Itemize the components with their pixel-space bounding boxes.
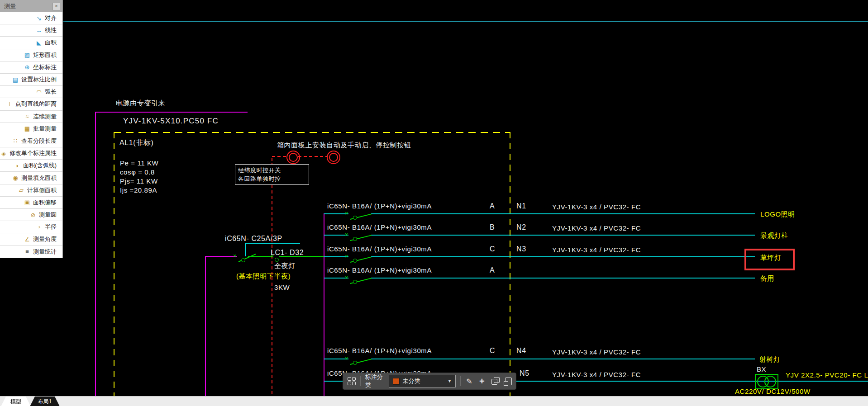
tool-area[interactable]: ◣面积 [0, 37, 62, 49]
category-color-swatch [393, 378, 400, 385]
push-button-1-inner [289, 153, 298, 162]
measure-panel-titlebar[interactable]: 测量 × [0, 0, 62, 12]
tool-arc-length[interactable]: ◠弧长 [0, 86, 62, 98]
rect-area-icon: ▨ [24, 52, 31, 58]
transformer-label: BX [757, 365, 766, 373]
panel-boundary-left [114, 132, 114, 397]
copy-icon[interactable] [491, 376, 499, 386]
circuit-load: 备用 [760, 274, 774, 283]
area-icon: ◣ [35, 39, 43, 46]
param-pjs: Pjs= 11 KW [120, 177, 158, 185]
seg-breaker-contactor [248, 256, 272, 257]
circuit-breaker-label: iC65N- B16A/ (1P+N)+vigi30mA [327, 202, 432, 210]
incoming-cable-label: YJV-1KV-5X10.PC50 FC [123, 117, 219, 126]
coordinate-icon: ⊕ [24, 64, 31, 71]
circuit-line [324, 278, 755, 279]
distribution-bus [324, 213, 324, 397]
separator [460, 376, 461, 386]
drawing-top-border-line [62, 21, 868, 22]
tool-statistics[interactable]: ≡测量统计 [0, 246, 62, 258]
circuit-number: N4 [516, 347, 526, 355]
param-pe: Pe = 11 KW [120, 159, 158, 167]
power-source-note: 电源由专变引来 [116, 99, 165, 108]
batch-icon: ▦ [24, 125, 31, 132]
grid-icon[interactable] [348, 377, 356, 385]
circuit-phase: A [490, 266, 495, 274]
tool-continuous[interactable]: ≈连续测量 [0, 111, 62, 123]
circuit-cable: YJV-1KV-3 x4 / PVC32- FC [552, 246, 641, 254]
circuit-number: N3 [516, 245, 526, 253]
time-control-line2: 各回路单独时控 [238, 175, 306, 183]
tab-layout1[interactable]: 布局1 [30, 397, 60, 406]
tool-area-offset[interactable]: ▣面积偏移 [0, 197, 62, 209]
circuit-line [324, 256, 755, 257]
tool-coordinate[interactable]: ⊕坐标标注 [0, 61, 62, 74]
point-to-line-icon: ⊥ [6, 101, 13, 108]
circuit-breaker-symbol: × [345, 231, 381, 243]
circuit-number: N1 [516, 202, 526, 210]
tool-linear[interactable]: ↔线性 [0, 24, 62, 37]
tab-model[interactable]: 模型 [1, 397, 31, 406]
incomer-line [205, 256, 237, 257]
scale-icon: ▤ [12, 76, 19, 83]
separator [360, 376, 361, 386]
tool-edit-annotation[interactable]: ◈修改单个标注属性 [0, 147, 62, 160]
tool-point-to-line[interactable]: ⊥点到直线的距离 [0, 98, 62, 110]
tool-segment-length[interactable]: ∷查看分段长度 [0, 135, 62, 147]
circuit-phase: B [490, 223, 495, 231]
panel-name: AL1(非标) [119, 138, 153, 148]
tool-scale[interactable]: ▤设置标注比例 [0, 74, 62, 86]
arc-length-icon: ◠ [35, 89, 43, 95]
tool-rect-area[interactable]: ▨矩形面积 [0, 49, 62, 61]
circuit-phase: A [490, 202, 495, 210]
circuit-phase: C [490, 347, 495, 355]
layout-tab-bar: 模型 布局1 [0, 396, 868, 406]
tool-area-with-arc[interactable]: ◗面积(含弧线) [0, 160, 62, 172]
side-area-icon: ▱ [18, 187, 25, 194]
tool-angle[interactable]: ∠测量角度 [0, 233, 62, 245]
category-label: 标注分类 [365, 373, 385, 389]
circuit-breaker-symbol: × [345, 274, 381, 286]
main-breaker-symbol: × [233, 252, 269, 264]
angle-icon: ∠ [24, 236, 31, 243]
push-button-2-inner [329, 153, 338, 162]
circuit-phase: C [490, 245, 495, 253]
move-icon[interactable]: + [478, 376, 486, 386]
area-with-arc-icon: ◗ [14, 162, 21, 169]
tool-fill-area[interactable]: ◉测量填充面积 [0, 172, 62, 184]
button-wire-1 [272, 156, 286, 157]
measure-panel: 测量 × ↘对齐 ↔线性 ◣面积 ▨矩形面积 ⊕坐标标注 ▤设置标注比例 ◠弧长… [0, 0, 63, 258]
tool-measure-circle[interactable]: ⊘测量圆 [0, 209, 62, 221]
breaker-leader-h [245, 243, 300, 244]
circuit-line [324, 359, 755, 359]
night-light-note: (基本照明下半夜) [236, 272, 291, 281]
circuit-breaker-label: iC65N- B16A/ (1P+N)+vigi30mA [327, 266, 432, 274]
incomer-drop [205, 256, 206, 397]
linear-icon: ↔ [35, 27, 43, 34]
transformer-coil-2 [764, 376, 776, 387]
circuit-breaker-symbol: × [345, 210, 381, 222]
close-icon[interactable]: × [52, 3, 60, 10]
tool-batch[interactable]: ▦批量测量 [0, 123, 62, 135]
selected-category: 未分类 [402, 377, 445, 385]
tool-radius[interactable]: ◔半径 [0, 221, 62, 233]
circuit-load: LOGO照明 [760, 210, 795, 219]
segment-length-icon: ∷ [12, 137, 19, 144]
continuous-icon: ≈ [24, 113, 31, 120]
edit-icon[interactable]: ✎ [465, 376, 473, 386]
contactor-x: × [271, 253, 274, 260]
circuit-number: N2 [516, 223, 526, 231]
radius-icon: ◔ [35, 224, 43, 231]
contactor-coil [275, 258, 279, 262]
tool-align[interactable]: ↘对齐 [0, 12, 62, 24]
transformer-spec: AC220V/ DC12V/500W [735, 387, 811, 395]
circuit-load: 草坪灯 [760, 254, 782, 262]
control-buttons-note: 箱内面板上安装自动及手动启、停控制按钮 [277, 141, 411, 150]
night-light-label: 全夜灯 [274, 262, 296, 270]
category-dropdown[interactable]: 未分类 ▼ [389, 375, 456, 387]
cad-canvas[interactable]: 电源由专变引来 YJV-1KV-5X10.PC50 FC AL1(非标) Pe … [0, 0, 868, 406]
paste-icon[interactable] [503, 376, 511, 386]
circuit-cable: YJV-1KV-3 x4 / PVC32- FC [552, 203, 641, 211]
tool-side-area[interactable]: ▱计算侧面积 [0, 184, 62, 197]
night-light-power: 3KW [274, 283, 290, 291]
